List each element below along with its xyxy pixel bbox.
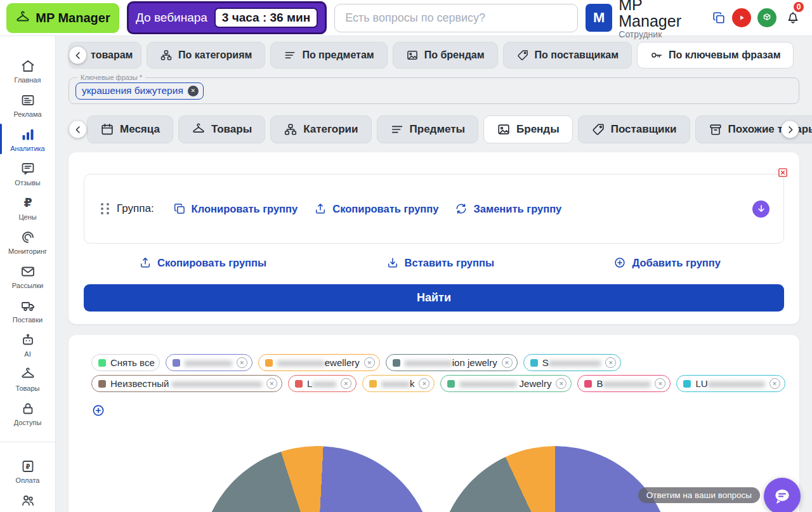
keyword-chip[interactable]: украшения бижутерия ✕	[75, 82, 204, 100]
tab-by-items[interactable]: По предметам	[270, 42, 387, 69]
brand-chip[interactable]: xxxxxxxxxxxx Jewelry✕	[440, 375, 572, 392]
collapse-group-button[interactable]	[752, 200, 769, 218]
brand-chip[interactable]: Lxxxxx✕	[288, 375, 357, 392]
account-name: MP Manager	[619, 0, 705, 29]
sidebar-item-access[interactable]: Доступы	[0, 401, 55, 426]
tab-suppliers[interactable]: Поставщики	[578, 115, 690, 143]
keyword-phrases-field[interactable]: Ключевые фразы * украшения бижутерия ✕	[69, 77, 799, 104]
sidebar-divider	[0, 442, 55, 442]
add-group-button[interactable]: Добавить группу	[613, 256, 721, 269]
brand-chip[interactable]: xxxxxxk✕	[362, 375, 435, 392]
tab-by-brands[interactable]: По брендам	[393, 42, 498, 69]
webinar-banner[interactable]: До вебинара 3 часа : 36 мин	[127, 1, 327, 34]
brand-chip[interactable]: xxxxxxxxxx✕	[166, 354, 252, 371]
brand-chip-label: Неизвестный xxxxxxxxxxxxxxxxxxx	[110, 378, 262, 389]
find-button[interactable]: Найти	[84, 284, 784, 312]
chat-widget-button[interactable]	[764, 478, 801, 512]
tab-categories[interactable]: Категории	[270, 115, 371, 143]
app-logo[interactable]: MP Manager	[6, 3, 119, 33]
top-header: MP Manager До вебинара 3 часа : 36 мин M…	[0, 0, 812, 36]
sidebar-item-ai[interactable]: AI	[0, 332, 55, 358]
brand-color-swatch	[530, 359, 538, 367]
chip-remove-icon[interactable]: ✕	[364, 357, 375, 368]
copy-icon[interactable]	[712, 11, 726, 25]
chip-remove-icon[interactable]: ✕	[769, 378, 780, 389]
sidebar-item-analytics[interactable]: Аналитика	[0, 127, 55, 152]
search-type-tabs: товарам По категориям По предметам По бр…	[69, 42, 799, 69]
keyword-remove-icon[interactable]: ✕	[188, 86, 199, 96]
brand-chip[interactable]: LUxxxxxxxxxxxx✕	[676, 375, 785, 392]
brand-chip[interactable]: xxxxxxxxxxion jewelry✕	[386, 354, 518, 371]
analysis-scroll-right-button[interactable]	[782, 121, 799, 138]
chat-bubble-icon	[772, 486, 792, 506]
replace-group-label: Заменить группу	[473, 203, 561, 215]
deselect-all-chip[interactable]: Снять все	[91, 354, 160, 371]
tab-by-suppliers[interactable]: По поставщикам	[503, 42, 632, 69]
list-icon	[284, 49, 296, 62]
notifications-bell[interactable]: 0	[785, 10, 801, 25]
tab-months[interactable]: Месяца	[87, 115, 173, 143]
sidebar-item-monitoring[interactable]: Мониторинг	[0, 230, 55, 255]
tab-items[interactable]: Предметы	[377, 115, 479, 143]
sidebar-item-mailings[interactable]: Рассылки	[0, 264, 55, 289]
community-icon[interactable]	[757, 8, 776, 27]
service-question-input[interactable]	[334, 4, 578, 32]
users-icon	[20, 493, 36, 508]
brand-chip-label: Sxxxxxxxxxxx	[542, 357, 601, 368]
paste-groups-label: Вставить группы	[405, 257, 494, 269]
brand-chip[interactable]: Bxxxxxxxxxx✕	[577, 375, 671, 392]
close-panel-icon[interactable]	[777, 167, 789, 178]
sidebar-item-reviews[interactable]: Отзывы	[0, 161, 55, 187]
chip-remove-icon[interactable]: ✕	[556, 378, 566, 389]
analysis-tabs: Месяца Товары Категории Предметы Бренды …	[69, 115, 799, 143]
sidebar-item-products[interactable]: Товары	[0, 367, 55, 392]
sidebar-item-supplies[interactable]: Поставки	[0, 298, 55, 324]
tab-by-keywords[interactable]: По ключевым фразам	[637, 42, 794, 69]
brands-result-panel: Снять все xxxxxxxxxx✕xxxxxxxxxxewellery✕…	[69, 335, 799, 512]
brand-color-swatch	[173, 359, 180, 367]
tab-by-categories[interactable]: По категориям	[147, 42, 265, 69]
sidebar-item-prices[interactable]: Цены	[0, 195, 55, 221]
tabs-scroll-left-button[interactable]	[69, 47, 86, 64]
chevron-left-icon	[72, 124, 84, 135]
paste-groups-button[interactable]: Вставить группы	[386, 256, 494, 269]
group-row: Группа: Клонировать группу Скопировать г…	[84, 174, 784, 244]
copy-groups-button[interactable]: Скопировать группы	[139, 256, 266, 269]
review-icon	[20, 161, 36, 176]
brands-pie-chart-right	[438, 446, 672, 512]
tag-icon	[591, 122, 605, 136]
sidebar-item-users[interactable]	[0, 493, 55, 508]
sidebar-item-label: Товары	[16, 384, 40, 392]
chip-remove-icon[interactable]: ✕	[419, 378, 429, 389]
brand-chip[interactable]: Sxxxxxxxxxxx✕	[523, 354, 622, 371]
clone-group-label: Клонировать группу	[192, 203, 298, 215]
sidebar-item-payment[interactable]: Оплата	[0, 459, 55, 484]
clone-group-button[interactable]: Клонировать группу	[173, 202, 298, 215]
sidebar-item-home[interactable]: Главная	[0, 58, 55, 84]
tab-products[interactable]: Товары	[178, 115, 265, 143]
add-brand-icon[interactable]	[91, 404, 105, 417]
replace-group-button[interactable]: Заменить группу	[455, 202, 561, 215]
webinar-label: До вебинара	[136, 11, 207, 25]
brand-chip-label: Bxxxxxxxxxx	[596, 378, 650, 389]
chip-remove-icon[interactable]: ✕	[655, 378, 665, 389]
youtube-icon[interactable]	[732, 8, 751, 27]
tab-label: По брендам	[424, 49, 485, 61]
keyword-field-label: Ключевые фразы *	[77, 74, 145, 81]
sidebar-item-ads[interactable]: Реклама	[0, 93, 55, 118]
chip-remove-icon[interactable]: ✕	[237, 357, 247, 368]
avatar[interactable]: M	[586, 4, 612, 32]
brand-chip[interactable]: xxxxxxxxxxewellery✕	[258, 354, 380, 371]
analysis-scroll-left-button[interactable]	[69, 121, 86, 138]
tab-brands[interactable]: Бренды	[483, 115, 573, 143]
brand-color-swatch	[98, 380, 106, 388]
sidebar-item-label: Аналитика	[10, 145, 44, 152]
chip-remove-icon[interactable]: ✕	[341, 378, 351, 389]
chip-remove-icon[interactable]: ✕	[266, 378, 277, 389]
chip-remove-icon[interactable]: ✕	[502, 357, 513, 368]
upload-icon	[314, 202, 327, 215]
drag-handle-icon[interactable]	[101, 203, 110, 214]
copy-group-button[interactable]: Скопировать группу	[314, 202, 438, 215]
brand-chip[interactable]: Неизвестный xxxxxxxxxxxxxxxxxxx✕	[91, 375, 282, 392]
chip-remove-icon[interactable]: ✕	[605, 357, 616, 368]
